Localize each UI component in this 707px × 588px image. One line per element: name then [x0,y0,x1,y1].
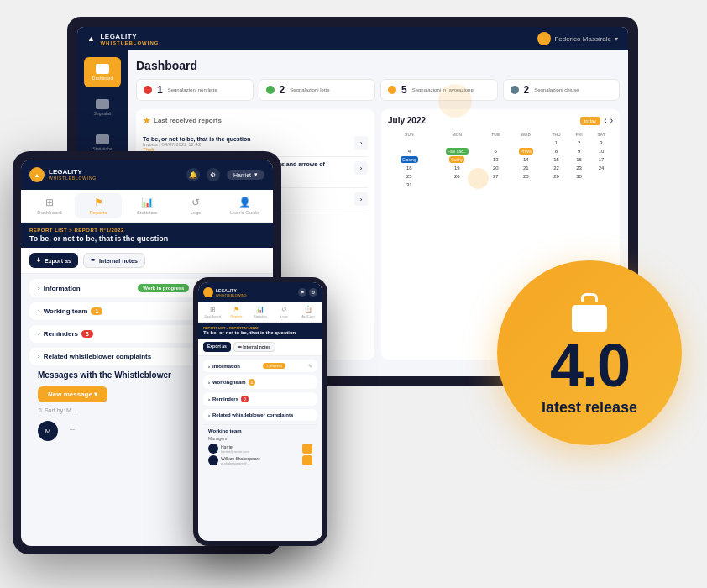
new-message-button[interactable]: New message ▾ [38,386,107,402]
bell-icon[interactable]: ⚙ [207,168,220,181]
report-arrow-1[interactable]: › [354,136,368,150]
phone-section-related-title: › Related whistleblower complaints [208,412,293,417]
chevron-icon: › [38,285,40,292]
sidebar-item-reports[interactable]: Segnalati [84,92,121,123]
tab-statistics[interactable]: 📊 Statistics [123,193,170,218]
stat-num-3: 5 [401,84,407,96]
person-1-info: Harriet harriet@acme.com [221,444,249,454]
chart-icon [96,134,109,144]
phone-section-team-title: › Working team 1 [208,379,255,386]
tab-logs[interactable]: ↺ Logs [172,193,219,218]
working-team-badge: 1 [91,307,102,315]
phone-chevron-3: › [208,396,210,402]
person-1-avatar [208,444,218,454]
tab-guide[interactable]: 👤 User's Guide [221,193,268,218]
report-breadcrumb: REPORT LIST > REPORT N°1/2022 [29,228,264,233]
person-2-avatar [208,455,218,465]
phone-section-reminders-header[interactable]: › Reminders 0 [203,392,317,406]
tab-guide-label: User's Guide [230,210,259,215]
today-button[interactable]: today [580,117,601,125]
deco-circle-1 [438,84,472,118]
report-arrow-2[interactable]: › [354,161,368,175]
phone-tab-reports[interactable]: ⚑ Reports [224,304,248,320]
export-label: Export as [45,258,71,264]
phone-stats-icon: 📊 [256,306,264,313]
phone-action-bar: Export as ✏ Internal notes [198,339,322,356]
phone-section-team-header[interactable]: › Working team 1 [203,375,317,389]
stat-card-read: 2 Segnalazioni lette [259,79,376,101]
stat-dot-green [266,86,275,94]
notification-icon[interactable]: 🔔 [186,168,200,181]
phone-notes-label: Internal notes [243,344,270,349]
section-information-title: › Information [38,285,81,292]
stat-label-4: Segnalazioni chiuse [534,87,579,92]
phone-chevron-4: › [208,412,210,417]
tab-dashboard[interactable]: ⊞ Dashboard [26,193,73,218]
stat-card-closed: 2 Segnalazioni chiuse [503,79,621,101]
person-2-action[interactable] [302,455,312,465]
sidebar-item-dashboard[interactable]: Dashboard [84,57,121,87]
reminders-badge: 3 [81,330,93,338]
phone-section-info-header[interactable]: › Information 1 progress ✎ [203,360,317,372]
logo-text-group: LEGALITY WHISTLEBLOWING [100,33,159,45]
calendar-event-closing: Closing [401,156,418,163]
tablet-app-sub: WHISTLEBLOWING [49,176,97,181]
chevron-icon-3: › [38,330,40,338]
guide-nav-icon: 👤 [238,197,251,208]
reports-panel-header: ★ Last received reports [143,116,368,125]
phone-tab-statistics[interactable]: 📊 Statistics [249,304,272,320]
phone-tab-dashboard[interactable]: ⊞ Dashboard [201,304,224,320]
tablet-logo-icon: ▲ [29,167,45,182]
tablet-nav: ⊞ Dashboard ⚑ Reports 📊 Statistics ↺ Log… [21,190,273,223]
user-info: Federico Massirale ▾ [537,32,618,45]
sort-icon: ⇅ [38,407,43,413]
phone-tab-actcom-label: Act/Com [301,314,314,318]
tablet-report-header: REPORT LIST > REPORT N°1/2022 To be, or … [21,223,273,248]
phone-logo: LEGALITY WHISTLEBLOWING [203,287,247,297]
chevron-down-icon: ▾ [615,35,618,43]
phone-notification-icon[interactable]: ⚑ [298,288,306,297]
stat-label-2: Segnalazioni lette [290,87,329,92]
phone-tab-logs[interactable]: ↺ Logs [272,304,296,320]
phone-report-title: To be, or not to be, that is the questio… [203,330,317,335]
user-avatar: M [38,421,58,441]
report-arrow-3[interactable]: › [354,192,368,206]
phone-gear-icon[interactable]: ⚙ [309,288,317,297]
phone-app-sub: WHISTLEBLOWING [216,293,247,297]
phone-tab-stats-label: Statistics [254,314,267,318]
release-version: 4.0 [550,335,629,396]
briefcase-icon [568,290,610,332]
flag-icon [96,99,109,109]
phone-status-pill: 1 progress [263,363,285,369]
sidebar-label-reports: Segnalati [94,111,112,116]
reports-panel-title: Last received reports [154,117,222,124]
phone-tab-reports-label: Reports [231,314,243,318]
phone-person-2: William Shakespeare w.shakespeare@... [208,455,312,465]
phone-section-related: › Related whistleblower complaints [203,409,317,421]
prev-month-button[interactable]: ‹ [604,116,606,125]
plus-icon: ▾ [94,391,97,398]
stat-num-2: 2 [280,84,285,96]
tablet-logo: ▲ LEGALITY WHISTLEBLOWING [29,167,97,182]
phone-export-button[interactable]: Export as [203,342,231,352]
report-title-1: To be, or not to be, that is the questio… [143,136,354,142]
next-month-button[interactable]: › [610,116,613,125]
phone-topbar: LEGALITY WHISTLEBLOWING ⚑ ⚙ [198,282,322,302]
phone-notes-button[interactable]: ✏ Internal notes [233,342,275,352]
tab-reports[interactable]: ⚑ Reports [75,193,122,218]
grid-icon [96,64,109,74]
calendar-header: July 2022 today ‹ › [388,116,613,125]
release-badge: 4.0 latest release [497,260,682,445]
phone-section-related-header[interactable]: › Related whistleblower complaints [203,409,317,421]
phone-tab-dashboard-label: Dashboard [204,314,221,318]
phone-tab-actcom[interactable]: 📋 Act/Com [296,304,320,320]
internal-notes-button[interactable]: ✏ Internal notes [83,253,145,268]
stats-row: 1 Segnalazioni non lette 2 Segnalazioni … [136,79,620,101]
phone-chevron-1: › [208,364,210,369]
briefcase-body [572,305,607,332]
export-button[interactable]: ⬇ Export as [29,253,78,268]
phone-reminders-badge: 0 [241,396,249,402]
tab-dashboard-label: Dashboard [37,210,61,215]
person-1-action[interactable] [302,444,312,454]
phone-section-reminders: › Reminders 0 [203,392,317,406]
